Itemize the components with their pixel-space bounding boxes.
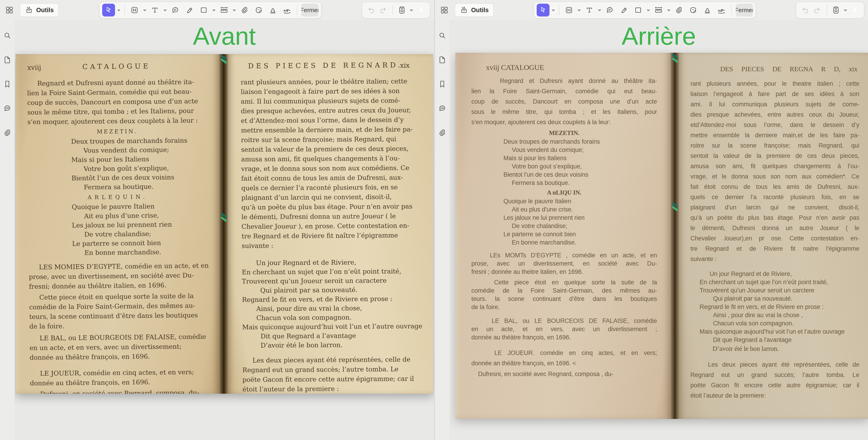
book-page-xviij[interactable]: xviij CATALOGUE Regnard et Dufresni ayan… (16, 54, 219, 394)
chevron-down-icon[interactable] (232, 8, 236, 12)
sticker-tool-button[interactable] (687, 4, 700, 17)
divider (393, 5, 393, 15)
paragraph: LEs MOMTs D’EGYPTE , comédie en un acte,… (471, 251, 657, 276)
undo-button[interactable] (365, 4, 376, 16)
sidebar-bookmarks-button[interactable] (2, 78, 13, 90)
sidebar-pages-button[interactable] (436, 54, 448, 66)
measure-tool-button[interactable] (218, 4, 230, 17)
signature-tool-button[interactable] (281, 4, 293, 17)
chevron-down-icon[interactable] (143, 8, 147, 12)
select-tool-button[interactable] (102, 4, 115, 17)
redo-button[interactable] (812, 4, 823, 16)
heading-tool-button[interactable] (563, 4, 576, 17)
redo-button[interactable] (378, 4, 389, 16)
chevron-down-icon[interactable] (598, 8, 601, 12)
tools-button[interactable]: Outils (455, 3, 494, 17)
pen-icon (185, 6, 194, 14)
heading-tool-button[interactable] (128, 4, 141, 17)
book-page-xix[interactable]: DES PIECES DE REGNARD. xix rant plusieur… (228, 54, 433, 394)
tools-button-label: Outils (471, 7, 489, 14)
poem-couplet: Quoique le pauvre Italien Ait eu plus d’… (72, 201, 208, 258)
grid-menu-button[interactable] (4, 4, 15, 16)
comment-tool-button[interactable] (169, 4, 182, 17)
paragraph: Dufresni, en société avec Regnard, compo… (471, 370, 657, 378)
epigram-poem: Un jour Regnard et de Riviere,En chercha… (700, 270, 859, 344)
undo-button[interactable] (799, 4, 810, 16)
text-tool-button[interactable] (149, 4, 161, 17)
measure-tool-button[interactable] (652, 4, 665, 17)
chevron-down-icon[interactable] (163, 8, 167, 12)
shape-tool-button[interactable] (197, 4, 210, 17)
grid-menu-button[interactable] (439, 4, 450, 16)
chevron-down-icon[interactable] (409, 8, 413, 12)
chevron-down-icon[interactable] (843, 8, 847, 12)
character-heading: MEZETIN. (28, 126, 207, 137)
chevron-down-icon[interactable] (117, 8, 121, 12)
chevron-down-icon[interactable] (667, 8, 671, 12)
sidebar-search-button[interactable] (436, 30, 448, 41)
paragraph: LE BAL, ou LE BOURCEOIS DE FALAISE, comé… (471, 317, 657, 342)
poem-line-serif: D’avoir été le bon larron. (700, 344, 859, 353)
close-button[interactable]: Fermer (736, 4, 753, 17)
select-tool-button[interactable] (537, 4, 550, 17)
close-button[interactable]: Fermer (301, 4, 318, 17)
paragraph: rant plusieurs années, pour le théâtre i… (241, 76, 411, 251)
sidebar-search-button[interactable] (2, 30, 13, 41)
poem-couplet: Quoique le pauvre Italien Ait eu plus d’… (503, 197, 657, 247)
text-tool-button[interactable] (583, 4, 596, 17)
redo-icon (813, 6, 822, 14)
paragraph: LE JOUEUR. comédie en cinq actes, et en … (471, 348, 657, 369)
sidebar-bookmarks-button[interactable] (436, 78, 448, 90)
sidebar (0, 20, 15, 440)
pen-tool-button[interactable] (618, 4, 630, 17)
attachment-tool-button[interactable] (238, 4, 251, 17)
book-page-xix[interactable]: DES PIECES DE REGNA R D, xix rant plusie… (679, 53, 868, 419)
divider (297, 5, 297, 15)
paragraph: Cette piece étoit en quelque sorte la su… (471, 278, 657, 311)
comment-tool-button[interactable] (603, 4, 616, 17)
sidebar-comments-button[interactable] (2, 103, 13, 114)
history-toolbar (796, 2, 864, 19)
measure-icon (654, 6, 663, 14)
signature-tool-button[interactable] (715, 4, 728, 17)
select-cursor-icon (104, 6, 113, 14)
sidebar-attachments-button[interactable] (2, 127, 13, 138)
text-icon (151, 6, 159, 14)
stamp-tool-button[interactable] (701, 4, 714, 17)
chevron-down-icon[interactable] (577, 8, 581, 12)
character-heading: A nLIQU IN. (471, 188, 657, 197)
book-spine (219, 54, 228, 394)
character-heading: ARLEQUIN. (28, 192, 207, 202)
redo-icon (379, 6, 388, 14)
sidebar-pages-button[interactable] (2, 54, 13, 66)
chevron-down-icon[interactable] (212, 8, 216, 12)
sidebar-comments-button[interactable] (436, 103, 448, 114)
save-button[interactable] (396, 4, 408, 16)
attachment-tool-button[interactable] (673, 4, 685, 17)
shape-tool-button[interactable] (632, 4, 645, 17)
stamp-tool-button[interactable] (267, 4, 279, 17)
running-title: CATALOGUE (27, 61, 206, 71)
tools-button[interactable]: Outils (20, 3, 59, 17)
ai-assistant-button[interactable] (415, 4, 427, 16)
signature-icon (717, 6, 726, 14)
chevron-down-icon[interactable] (551, 8, 555, 12)
shape-square-icon (634, 6, 643, 14)
chevron-down-icon[interactable] (646, 8, 650, 12)
ai-assistant-button[interactable] (849, 4, 861, 16)
paragraph: LE JOUEUR, comédie en cinq actes, et en … (30, 367, 209, 388)
divider (124, 5, 125, 15)
divider (731, 5, 732, 15)
sidebar (435, 20, 450, 440)
comment-icon (171, 6, 180, 14)
text-icon (585, 6, 594, 14)
sticker-icon (254, 6, 263, 14)
compare-label-arriere: Arrière (450, 22, 868, 51)
save-button[interactable] (830, 4, 842, 16)
book-spread-scan: xviij CATALOGUE Regnard et Dufresni ayan… (16, 54, 433, 394)
epigram-poem: Un jour Regnard et de Riviere,En chercha… (242, 258, 412, 350)
sticker-tool-button[interactable] (252, 4, 265, 17)
sidebar-attachments-button[interactable] (436, 127, 448, 138)
pen-tool-button[interactable] (183, 4, 196, 17)
book-page-xviij[interactable]: xviij CATALOGUE Regnard et Dufresni ayan… (455, 53, 671, 419)
